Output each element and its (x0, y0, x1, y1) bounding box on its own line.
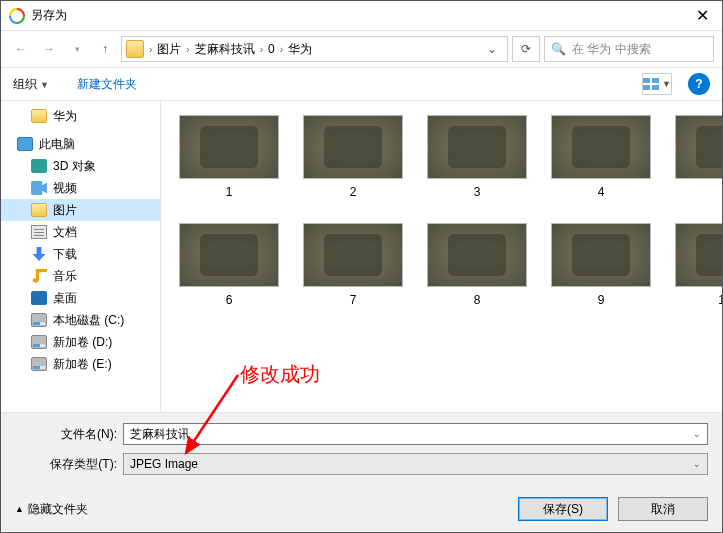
view-mode-button[interactable]: ▼ (642, 73, 672, 95)
thumbnail-label: 2 (350, 185, 357, 199)
thumbnail-image (551, 115, 651, 179)
hide-folders-toggle[interactable]: ▲隐藏文件夹 (15, 501, 88, 518)
desk-icon (31, 291, 47, 305)
filename-label: 文件名(N): (15, 426, 123, 443)
close-button[interactable]: ✕ (682, 1, 722, 31)
chevron-down-icon[interactable]: ⌄ (693, 429, 701, 439)
cube-icon (31, 159, 47, 173)
thumbnail-4[interactable]: 4 (551, 115, 651, 199)
thumbnail-image (427, 115, 527, 179)
folder-icon (126, 40, 144, 58)
organize-menu[interactable]: 组织▼ (13, 76, 49, 93)
search-icon: 🔍 (551, 42, 566, 56)
thumbnail-9[interactable]: 9 (551, 223, 651, 307)
recent-dropdown[interactable]: ▾ (65, 37, 89, 61)
file-grid: 12345678910 (161, 101, 722, 412)
thumbnail-2[interactable]: 2 (303, 115, 403, 199)
filetype-label: 保存类型(T): (15, 456, 123, 473)
filename-input[interactable]: 芝麻科技讯⌄ (123, 423, 708, 445)
back-button[interactable]: ← (9, 37, 33, 61)
breadcrumb-dropdown[interactable]: ⌄ (481, 42, 503, 56)
thumbnail-image (179, 223, 279, 287)
thumbnail-6[interactable]: 6 (179, 223, 279, 307)
sidebar-item-5[interactable]: 音乐 (1, 265, 160, 287)
thumbnail-label: 9 (598, 293, 605, 307)
sidebar: 华为 此电脑 3D 对象视频图片文档下载音乐桌面本地磁盘 (C:)新加卷 (D:… (1, 101, 161, 412)
disk-icon (31, 313, 47, 327)
doc-icon (31, 225, 47, 239)
thumbnail-7[interactable]: 7 (303, 223, 403, 307)
sidebar-item-1[interactable]: 视频 (1, 177, 160, 199)
music-icon (31, 269, 47, 283)
app-logo-icon (9, 8, 25, 24)
thumbnail-image (675, 223, 722, 287)
sidebar-item-4[interactable]: 下载 (1, 243, 160, 265)
thumbnail-3[interactable]: 3 (427, 115, 527, 199)
new-folder-button[interactable]: 新建文件夹 (77, 76, 137, 93)
thumbnail-label: 6 (226, 293, 233, 307)
thumbnail-8[interactable]: 8 (427, 223, 527, 307)
refresh-button[interactable]: ⟳ (512, 36, 540, 62)
folder-icon (31, 109, 47, 123)
thumbnail-label: 7 (350, 293, 357, 307)
svg-rect-4 (652, 85, 659, 90)
sidebar-item-6[interactable]: 桌面 (1, 287, 160, 309)
thumbnail-image (179, 115, 279, 179)
disk-icon (31, 357, 47, 371)
up-button[interactable]: ↑ (93, 37, 117, 61)
crumb-1[interactable]: 芝麻科技讯 (193, 41, 257, 58)
breadcrumb[interactable]: › 图片› 芝麻科技讯› 0› 华为 ⌄ (121, 36, 508, 62)
help-button[interactable]: ? (688, 73, 710, 95)
thumbnail-5[interactable]: 5 (675, 115, 722, 199)
folder-icon (31, 203, 47, 217)
filetype-select[interactable]: JPEG Image⌄ (123, 453, 708, 475)
crumb-2[interactable]: 0 (266, 42, 277, 56)
thumbnail-label: 8 (474, 293, 481, 307)
search-placeholder: 在 华为 中搜索 (572, 41, 707, 58)
search-input[interactable]: 🔍 在 华为 中搜索 (544, 36, 714, 62)
sidebar-item-9[interactable]: 新加卷 (E:) (1, 353, 160, 375)
save-button[interactable]: 保存(S) (518, 497, 608, 521)
pc-icon (17, 137, 33, 151)
crumb-3[interactable]: 华为 (286, 41, 314, 58)
sidebar-item-8[interactable]: 新加卷 (D:) (1, 331, 160, 353)
forward-button: → (37, 37, 61, 61)
thumbnail-label: 4 (598, 185, 605, 199)
sidebar-item-7[interactable]: 本地磁盘 (C:) (1, 309, 160, 331)
sidebar-item-2[interactable]: 图片 (1, 199, 160, 221)
sidebar-item-current-folder[interactable]: 华为 (1, 105, 160, 127)
thumbnail-label: 1 (226, 185, 233, 199)
svg-rect-2 (652, 78, 659, 83)
video-icon (31, 181, 47, 195)
chevron-down-icon[interactable]: ⌄ (693, 459, 701, 469)
thumbnail-label: 3 (474, 185, 481, 199)
sidebar-item-3[interactable]: 文档 (1, 221, 160, 243)
thumbnail-image (551, 223, 651, 287)
sidebar-item-this-pc[interactable]: 此电脑 (1, 133, 160, 155)
disk-icon (31, 335, 47, 349)
sidebar-item-0[interactable]: 3D 对象 (1, 155, 160, 177)
dl-icon (31, 247, 47, 261)
cancel-button[interactable]: 取消 (618, 497, 708, 521)
thumbnail-image (303, 223, 403, 287)
thumbnail-image (427, 223, 527, 287)
window-title: 另存为 (31, 7, 682, 24)
svg-rect-1 (643, 78, 650, 83)
thumbnail-1[interactable]: 1 (179, 115, 279, 199)
thumbnail-10[interactable]: 10 (675, 223, 722, 307)
thumbnail-image (303, 115, 403, 179)
thumbnail-label: 10 (718, 293, 722, 307)
svg-rect-3 (643, 85, 650, 90)
thumbnail-image (675, 115, 722, 179)
crumb-0[interactable]: 图片 (155, 41, 183, 58)
